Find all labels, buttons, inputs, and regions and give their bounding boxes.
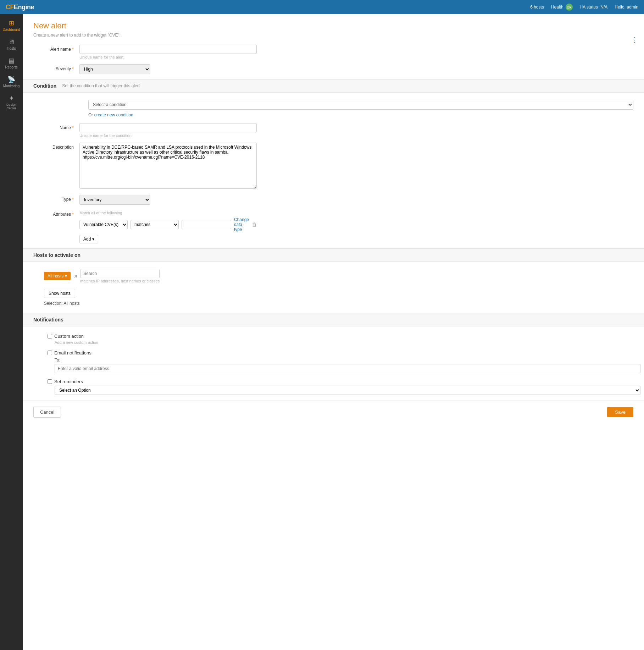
show-hosts-button[interactable]: Show hosts — [44, 289, 75, 298]
delete-attribute-icon[interactable]: 🗑 — [252, 222, 257, 227]
all-hosts-chevron-icon: ▾ — [65, 274, 67, 279]
add-chevron-icon: ▾ — [92, 237, 94, 242]
attribute-value-input[interactable]: CVE-2016-2118 — [182, 220, 231, 229]
attributes-row: Attributes Match all of the following Vu… — [33, 210, 633, 243]
add-label: Add — [83, 237, 91, 242]
all-hosts-button[interactable]: All hosts ▾ — [44, 272, 71, 280]
create-condition-link[interactable]: create new condition — [94, 112, 133, 117]
or-create-row: Or create new condition — [88, 112, 633, 117]
or-text: Or — [88, 112, 93, 117]
custom-action-checkbox-row: Custom action — [48, 334, 633, 339]
custom-action-hint: Add a new custom action — [55, 340, 633, 345]
email-input[interactable] — [55, 364, 640, 373]
hosts-icon: 🖥 — [8, 39, 15, 45]
reminders-item: Set reminders Select an Option — [40, 379, 633, 395]
condition-section-header: Condition Set the condition that will tr… — [23, 79, 644, 93]
save-button[interactable]: Save — [607, 407, 633, 417]
reminders-checkbox[interactable] — [48, 379, 52, 384]
hosts-search-input[interactable] — [80, 269, 160, 278]
dashboard-icon: ⊞ — [9, 20, 14, 26]
condition-description-field: Vulnerability in DCE/RPC-based SAMR and … — [79, 143, 257, 190]
condition-description-textarea[interactable]: Vulnerability in DCE/RPC-based SAMR and … — [79, 143, 257, 189]
email-notifications-checkbox[interactable] — [48, 351, 52, 355]
reminders-select[interactable]: Select an Option — [55, 386, 640, 395]
add-attribute-button[interactable]: Add ▾ — [79, 235, 98, 243]
monitoring-icon: 📡 — [7, 76, 15, 83]
all-hosts-label: All hosts — [48, 274, 63, 279]
attributes-hint: Match all of the following — [79, 211, 257, 215]
custom-action-item: Custom action Add a new custom action — [40, 334, 633, 345]
sidebar-item-dashboard[interactable]: ⊞ Dashboard — [0, 17, 23, 34]
sidebar: ⊞ Dashboard 🖥 Hosts ▤ Reports 📡 Monitori… — [0, 14, 23, 650]
email-notifications-item: Email notifications To: — [40, 350, 633, 373]
email-to-label: To: — [55, 358, 633, 363]
user-menu[interactable]: Hello, admin — [615, 5, 638, 10]
top-nav-right: 6 hosts Health Ok HA status N/A Hello, a… — [530, 4, 638, 11]
ha-status: HA status N/A — [580, 5, 608, 10]
alert-name-label: Alert name — [33, 45, 79, 52]
condition-description-row: Description Vulnerability in DCE/RPC-bas… — [33, 143, 633, 190]
change-datatype-link[interactable]: Change data type — [234, 217, 249, 232]
sidebar-label-dashboard: Dashboard — [3, 28, 20, 32]
condition-name-label: Name — [33, 123, 79, 130]
attributes-value-row: Vulnerable CVE(s) matches CVE-2016-2118 … — [79, 217, 257, 232]
sidebar-item-monitoring[interactable]: 📡 Monitoring — [0, 73, 23, 91]
condition-name-input[interactable]: CVE-2016-2118 (Badlock) — [79, 123, 257, 132]
severity-field: Low Medium High Critical — [79, 64, 257, 74]
custom-action-label: Custom action — [54, 334, 84, 339]
custom-action-checkbox[interactable] — [48, 334, 52, 338]
page-title: New alert — [33, 21, 633, 31]
logo-engine: Engine — [14, 4, 34, 11]
attributes-field: Match all of the following Vulnerable CV… — [79, 210, 257, 243]
reminders-label: Set reminders — [54, 379, 83, 384]
severity-row: Severity Low Medium High Critical — [33, 64, 633, 74]
top-navigation: CFEngine 6 hosts Health Ok HA status N/A… — [0, 0, 644, 14]
condition-section-title: Condition — [33, 83, 56, 89]
sidebar-label-monitoring: Monitoring — [3, 84, 20, 88]
app-logo[interactable]: CFEngine — [6, 4, 34, 11]
hosts-count[interactable]: 6 hosts — [530, 5, 544, 10]
attribute-operator-select[interactable]: matches — [131, 220, 179, 229]
sidebar-label-design-center: Design Center — [1, 103, 21, 110]
email-notifications-label: Email notifications — [54, 350, 91, 356]
cancel-button[interactable]: Cancel — [33, 407, 61, 418]
health-label: Health — [551, 5, 564, 10]
notifications-section-title: Notifications — [33, 317, 63, 323]
reminders-checkbox-row: Set reminders — [48, 379, 633, 384]
alert-name-input[interactable]: CVE-2016-2118 (Badlock) — [79, 45, 257, 54]
severity-select[interactable]: Low Medium High Critical — [79, 64, 150, 74]
condition-name-row: Name CVE-2016-2118 (Badlock) Unique name… — [33, 123, 633, 138]
hosts-or-text: or — [73, 274, 77, 279]
email-checkbox-row: Email notifications — [48, 350, 633, 356]
alert-name-hint: Unique name for the alert. — [79, 55, 257, 59]
hosts-section-header: Hosts to activate on — [23, 248, 644, 262]
design-center-icon: ✦ — [9, 95, 14, 101]
health-indicator: Ok — [566, 4, 573, 11]
hosts-controls: All hosts ▾ or matches IP addresses, hos… — [33, 269, 633, 306]
attributes-label: Attributes — [33, 210, 79, 217]
page-subtitle: Create a new alert to add to the widget … — [33, 33, 633, 38]
condition-name-hint: Unique name for the condition. — [79, 133, 257, 138]
sidebar-item-reports[interactable]: ▤ Reports — [0, 55, 23, 72]
condition-select[interactable]: Select a condition — [88, 100, 633, 110]
reports-icon: ▤ — [9, 57, 15, 64]
content-area: ⋮ New alert Create a new alert to add to… — [23, 14, 644, 430]
attribute-name-select[interactable]: Vulnerable CVE(s) — [79, 220, 128, 229]
alert-name-row: Alert name CVE-2016-2118 (Badlock) Uniqu… — [33, 45, 633, 59]
logo-cf: CF — [6, 4, 14, 11]
condition-description-label: Description — [33, 143, 79, 150]
type-row: Type Inventory Custom — [33, 195, 633, 205]
more-options-icon[interactable]: ⋮ — [631, 35, 638, 44]
notifications-section-header: Notifications — [23, 313, 644, 326]
hosts-section-title: Hosts to activate on — [33, 252, 80, 258]
sidebar-label-hosts: Hosts — [7, 46, 16, 50]
sidebar-item-hosts[interactable]: 🖥 Hosts — [0, 36, 23, 53]
hosts-input-row: All hosts ▾ or matches IP addresses, hos… — [44, 269, 633, 283]
alert-name-field: CVE-2016-2118 (Badlock) Unique name for … — [79, 45, 257, 59]
health-status[interactable]: Health Ok — [551, 4, 573, 11]
type-select[interactable]: Inventory Custom — [79, 195, 150, 205]
sidebar-item-design-center[interactable]: ✦ Design Center — [0, 92, 23, 113]
type-field: Inventory Custom — [79, 195, 257, 205]
footer-bar: Cancel Save — [23, 401, 644, 423]
hosts-search-wrapper: matches IP addresses, host names or clas… — [80, 269, 160, 283]
